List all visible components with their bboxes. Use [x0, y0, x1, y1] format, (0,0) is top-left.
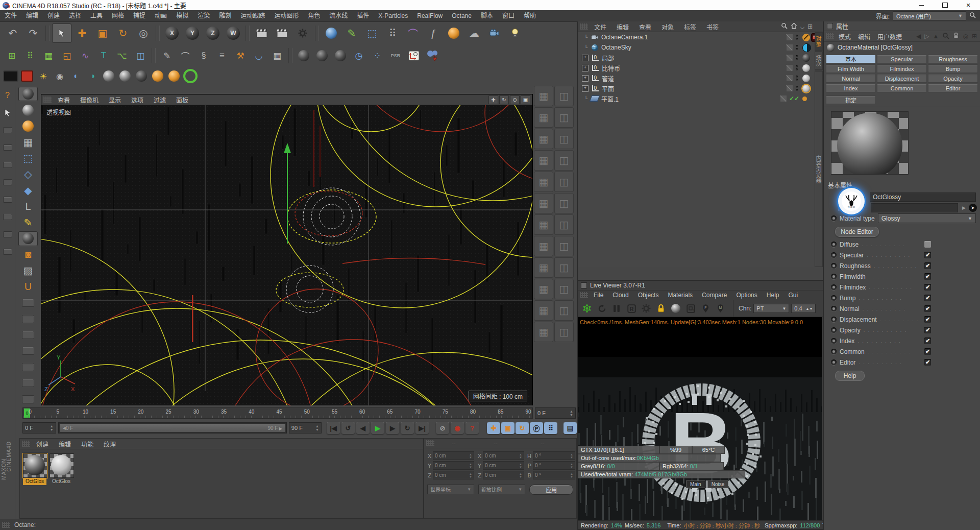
modeling-command-icon[interactable]: ▦ — [534, 129, 553, 149]
lock-x-axis-icon[interactable]: X — [162, 23, 182, 43]
search-icon[interactable] — [781, 22, 788, 31]
modeling-command-icon[interactable]: ◫ — [554, 86, 574, 106]
sketch-pen-icon[interactable]: ✎ — [158, 47, 176, 64]
viewport-menu-item-4[interactable]: 选项 — [126, 95, 149, 104]
live-viewer-menu-item-4[interactable]: Materials — [663, 292, 697, 299]
polygons-mode-icon[interactable]: ◆ — [18, 183, 38, 198]
panel-grip[interactable] — [426, 440, 434, 446]
new-panel-icon[interactable]: ⊞ — [807, 23, 813, 30]
modeling-command-icon[interactable]: ◫ — [554, 107, 574, 128]
object-name[interactable]: OctaneCamera.1 — [601, 34, 648, 41]
object-manager-menu-item-1[interactable]: 文件 — [589, 22, 611, 31]
attribute-tab-index[interactable]: Index — [826, 84, 876, 92]
modeling-command-icon[interactable]: ▦ — [534, 236, 553, 256]
textured-sphere-2-icon[interactable] — [166, 68, 182, 84]
panel-grip[interactable] — [2, 522, 10, 528]
clock-animation-icon[interactable]: ◷ — [350, 47, 368, 64]
next-frame-button[interactable]: ▶ — [386, 422, 399, 434]
live-viewer-menu-item-1[interactable]: File — [589, 292, 608, 299]
palette-plate[interactable] — [18, 376, 38, 390]
goto-start-button[interactable]: |◀ — [327, 422, 340, 434]
scale-tool-icon[interactable]: ▣ — [93, 23, 112, 43]
modeling-command-icon[interactable]: ▦ — [534, 279, 553, 299]
attributes-menu-item-3[interactable]: 用户数据 — [874, 32, 905, 41]
object-row[interactable]: +0局部 — [578, 53, 823, 63]
modeling-command-icon[interactable]: ▦ — [534, 86, 553, 106]
material-thumbnail[interactable]: OctGlos — [50, 453, 73, 485]
focus-picker-icon[interactable]: F — [699, 302, 712, 315]
search-icon[interactable] — [942, 32, 949, 41]
model-mode-icon[interactable] — [18, 103, 38, 117]
visibility-dots[interactable] — [795, 35, 798, 40]
layer-toggle[interactable] — [787, 34, 793, 40]
live-selection-tool-icon[interactable] — [52, 23, 71, 43]
material-type-radio[interactable] — [831, 215, 837, 221]
render-queue-icon[interactable] — [273, 23, 292, 43]
live-viewer-menu-item-6[interactable]: Options — [731, 292, 762, 299]
history-back-icon[interactable]: ◀ — [916, 33, 921, 40]
channel-checkbox[interactable]: ✔ — [924, 262, 931, 269]
modeling-command-icon[interactable]: ▦ — [534, 150, 553, 171]
channel-radio[interactable] — [831, 252, 837, 258]
undo-icon[interactable]: ↶ — [3, 23, 22, 43]
workplane-mode-icon[interactable]: ▦ — [18, 135, 38, 149]
channel-checkbox[interactable]: ✔ — [924, 284, 931, 291]
snap-pen-icon[interactable]: ✎ — [18, 215, 38, 230]
lock-y-axis-icon[interactable]: Y — [183, 23, 202, 43]
key-pla-toggle[interactable]: ⠿ — [544, 422, 557, 434]
pointer-icon-icon[interactable] — [0, 105, 15, 121]
assign-tab[interactable]: 指定 — [826, 95, 876, 104]
material-menu-item-3[interactable]: 功能 — [76, 440, 99, 448]
viewport-menu-item-6[interactable]: 面板 — [171, 95, 193, 104]
object-name[interactable]: 比特币 — [602, 64, 620, 73]
sun-light-icon[interactable]: ☀ — [36, 68, 51, 84]
menu-item-13[interactable]: 运动图形 — [270, 10, 303, 21]
modeling-command-icon[interactable]: ▦ — [534, 193, 553, 213]
modeling-command-icon[interactable]: ◫ — [554, 150, 574, 171]
timeline-ruler[interactable]: 0 051015202530354045505560657075808590 — [22, 407, 533, 419]
light-object-icon[interactable] — [505, 23, 525, 43]
shade-half-teal-icon[interactable]: ◑ — [85, 68, 100, 84]
live-viewer-menu-item-3[interactable]: Objects — [633, 292, 664, 299]
palette-plate-1-icon[interactable] — [0, 123, 15, 138]
toggle-view-icon[interactable]: ▣ — [521, 95, 530, 104]
workplane-icon[interactable]: ▦ — [268, 47, 286, 64]
mospline-icon[interactable]: ∿ — [77, 47, 94, 64]
menu-item-22[interactable]: 帮助 — [519, 10, 541, 21]
render-passes-icon[interactable]: R — [625, 302, 638, 315]
modeling-command-icon[interactable]: ▦ — [534, 172, 553, 192]
gizmo-keyframe-icon[interactable] — [405, 47, 423, 64]
object-manager-menu-item-5[interactable]: 标签 — [679, 22, 701, 31]
spline-helix-icon[interactable]: § — [195, 47, 212, 64]
menu-item-19[interactable]: Octane — [447, 10, 476, 21]
textured-sphere-1-icon[interactable] — [150, 68, 165, 84]
visibility-dots[interactable] — [795, 86, 798, 91]
viewport-view-label[interactable]: 透视视图 — [43, 107, 74, 117]
coord-rotation-field[interactable]: 0 °▲▼ — [533, 451, 575, 460]
render-region-icon[interactable] — [3, 68, 18, 84]
expander-icon[interactable]: + — [582, 55, 589, 61]
coord-scale-field[interactable]: 0 cm▲▼ — [483, 461, 524, 470]
render-settings-icon[interactable] — [293, 23, 312, 43]
visibility-dots[interactable] — [795, 45, 798, 50]
layer-picker-icon[interactable]: ➤ — [969, 204, 977, 212]
points-mode-icon[interactable]: ⬚ — [18, 151, 38, 165]
menu-item-12[interactable]: 运动跟踪 — [236, 10, 270, 21]
rotate-tool-icon[interactable]: ↻ — [113, 23, 133, 43]
primitive-cube-icon[interactable] — [322, 23, 341, 43]
home-icon[interactable] — [791, 22, 797, 31]
visibility-dots[interactable] — [795, 65, 798, 70]
new-panel-icon[interactable]: ⊞ — [972, 33, 977, 40]
help-button[interactable]: Help — [835, 371, 865, 381]
fields-icon[interactable]: ƒ — [424, 23, 443, 43]
modeling-command-icon[interactable]: ◫ — [554, 279, 574, 299]
panel-tab-场次[interactable]: 场次 — [815, 52, 823, 70]
live-viewer-menu-item-2[interactable]: Cloud — [608, 292, 633, 299]
channel-dropdown[interactable]: PT▼ — [753, 304, 789, 313]
render-view[interactable]: B Check:0ms./1ms. MeshGen:140ms. Update[… — [578, 317, 822, 520]
modeling-command-icon[interactable]: ▦ — [534, 257, 553, 278]
object-manager-menu-item-6[interactable]: 书签 — [701, 22, 724, 31]
array-generator-icon[interactable]: ⠿ — [383, 23, 402, 43]
coord-position-field[interactable]: 0 cm▲▼ — [433, 451, 474, 460]
particles-emitter-icon[interactable]: ⁘ — [369, 47, 386, 64]
